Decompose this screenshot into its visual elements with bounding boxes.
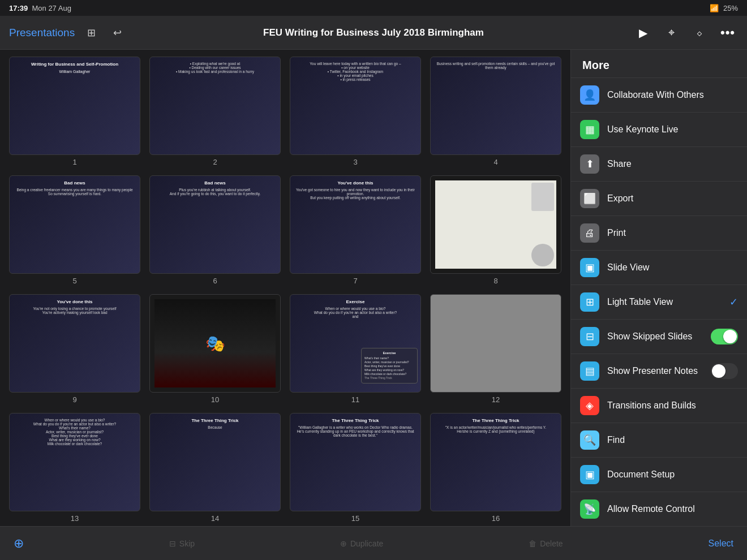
slide-grid-container[interactable]: Writing for Business and Self-PromotionW… bbox=[0, 50, 570, 526]
menu-item-light-table[interactable]: ⊞Light Table View✓ bbox=[571, 285, 747, 320]
slide-item[interactable]: ExerciseWhen or where would you use a bi… bbox=[290, 294, 421, 404]
slide-number: 6 bbox=[213, 277, 217, 285]
slide-number: 2 bbox=[213, 158, 217, 166]
slide-number: 9 bbox=[72, 395, 76, 404]
share-icon: ⬆ bbox=[580, 154, 599, 174]
show-skipped-toggle[interactable] bbox=[711, 329, 738, 344]
slide-number: 5 bbox=[72, 277, 76, 285]
date: Mon 27 Aug bbox=[32, 4, 71, 12]
grid-view-button[interactable]: ⊞ bbox=[81, 23, 101, 42]
slide-thumbnail bbox=[430, 294, 561, 393]
duplicate-button[interactable]: ⊕ Duplicate bbox=[340, 539, 383, 548]
menu-item-document-setup[interactable]: ▣Document Setup bbox=[571, 458, 747, 492]
export-icon: ⬜ bbox=[580, 189, 599, 208]
time: 17:39 bbox=[9, 4, 28, 12]
play-button[interactable]: ▶ bbox=[633, 23, 653, 43]
pin-button[interactable]: ⌖ bbox=[661, 23, 681, 43]
slide-item[interactable]: Writing for Business and Self-PromotionW… bbox=[9, 57, 140, 166]
menu-item-share[interactable]: ⬆Share bbox=[571, 147, 747, 182]
find-label: Find bbox=[607, 435, 738, 445]
menu-item-transitions[interactable]: ◈Transitions and Builds bbox=[571, 389, 747, 423]
slide-item[interactable]: The Three Thing Trick"X is an actor/writ… bbox=[430, 413, 561, 523]
undo-button[interactable]: ↩ bbox=[108, 23, 127, 42]
slide-thumbnail: You will leave here today with a written… bbox=[290, 57, 421, 155]
document-setup-icon: ▣ bbox=[580, 465, 599, 484]
delete-button[interactable]: 🗑 Delete bbox=[529, 539, 563, 548]
keynote-live-label: Use Keynote Live bbox=[607, 124, 738, 135]
menu-item-collaborate[interactable]: 👤Collaborate With Others bbox=[571, 78, 747, 113]
battery: 25% bbox=[723, 4, 738, 12]
remote-control-label: Allow Remote Control bbox=[607, 504, 738, 514]
slide-item[interactable]: Business writing and self-promotion need… bbox=[430, 57, 561, 166]
collaborate-icon: 👤 bbox=[580, 85, 599, 105]
transitions-label: Transitions and Builds bbox=[607, 400, 738, 411]
slide-number: 8 bbox=[493, 277, 497, 285]
slide-item[interactable]: Bad newsPlus you're rubbish at talking a… bbox=[149, 175, 281, 285]
document-title: FEU Writing for Business July 2018 Birmi… bbox=[263, 27, 484, 38]
slide-number: 16 bbox=[492, 514, 500, 523]
more-button[interactable]: ••• bbox=[718, 23, 738, 43]
show-skipped-icon: ⊟ bbox=[580, 327, 599, 346]
menu-item-print[interactable]: 🖨Print bbox=[571, 216, 747, 251]
duplicate-label: Duplicate bbox=[350, 539, 383, 548]
share-label: Share bbox=[607, 159, 738, 169]
main-area: Writing for Business and Self-PromotionW… bbox=[0, 50, 747, 526]
slide-item[interactable]: You've done thisYou've got someone to hi… bbox=[290, 175, 421, 285]
slide-item[interactable]: The Three Thing Trick"William Gallagher … bbox=[290, 413, 421, 523]
select-button[interactable]: Select bbox=[709, 539, 733, 549]
print-label: Print bbox=[607, 228, 738, 238]
menu-item-slide-view[interactable]: ▣Slide View bbox=[571, 251, 747, 285]
topbar-left: Presentations ⊞ ↩ bbox=[9, 23, 134, 42]
slide-tooltip: ExerciseWhat's their name?Actor, writer,… bbox=[361, 348, 418, 384]
slide-item[interactable]: When or where would you use a bio?What d… bbox=[9, 413, 140, 523]
menu-item-keynote-live[interactable]: ▦Use Keynote Live bbox=[571, 113, 747, 147]
slide-item[interactable]: Bad newsBeing a creative freelancer mean… bbox=[9, 175, 140, 285]
menu-item-presenter-notes[interactable]: ▤Show Presenter Notes bbox=[571, 354, 747, 389]
slide-number: 10 bbox=[211, 395, 219, 404]
light-table-label: Light Table View bbox=[607, 297, 722, 307]
menu-item-find[interactable]: 🔍Find bbox=[571, 423, 747, 458]
light-table-check-icon: ✓ bbox=[729, 296, 738, 308]
menu-item-export[interactable]: ⬜Export bbox=[571, 182, 747, 216]
menu-item-remote-control[interactable]: 📡Allow Remote Control bbox=[571, 492, 747, 526]
remote-control-icon: 📡 bbox=[580, 499, 599, 519]
slide-thumbnail: You've done thisYou've got someone to hi… bbox=[290, 175, 421, 274]
presenter-notes-icon: ▤ bbox=[580, 361, 599, 381]
add-slide-button[interactable]: ⊕ bbox=[14, 536, 24, 551]
menu-item-show-skipped[interactable]: ⊟Show Skipped Slides bbox=[571, 320, 747, 354]
slide-item[interactable]: You've done thisYou're not only losing a… bbox=[9, 294, 140, 404]
slide-item[interactable]: 12 bbox=[430, 294, 561, 404]
share-button[interactable]: ⬦ bbox=[689, 23, 710, 43]
slide-item[interactable]: 🎭10 bbox=[149, 294, 281, 404]
skip-button[interactable]: ⊟ Skip bbox=[169, 539, 195, 548]
slide-number: 1 bbox=[72, 158, 76, 166]
skip-label: Skip bbox=[179, 539, 195, 548]
add-slide-icon: ⊕ bbox=[14, 536, 24, 551]
status-bar: 17:39 Mon 27 Aug 📶 25% bbox=[0, 0, 747, 16]
export-label: Export bbox=[607, 193, 738, 204]
slide-number: 11 bbox=[351, 395, 359, 404]
slide-thumbnail: Bad newsBeing a creative freelancer mean… bbox=[9, 175, 140, 274]
print-icon: 🖨 bbox=[580, 223, 599, 243]
collaborate-label: Collaborate With Others bbox=[607, 90, 738, 100]
slide-number: 7 bbox=[353, 277, 357, 285]
slide-thumbnail: Business writing and self-promotion need… bbox=[430, 57, 561, 155]
right-panel: More 👤Collaborate With Others▦Use Keynot… bbox=[570, 50, 747, 526]
slide-item[interactable]: The Three Thing TrickBecause14 bbox=[149, 413, 281, 523]
topbar-right: ▶ ⌖ ⬦ ••• bbox=[633, 23, 738, 43]
topbar: Presentations ⊞ ↩ FEU Writing for Busine… bbox=[0, 16, 747, 50]
duplicate-icon: ⊕ bbox=[340, 539, 347, 548]
presenter-notes-toggle[interactable] bbox=[711, 363, 738, 379]
slide-item[interactable]: You will leave here today with a written… bbox=[290, 57, 421, 166]
slide-thumbnail bbox=[430, 175, 561, 274]
slide-number: 12 bbox=[492, 395, 500, 404]
slide-grid: Writing for Business and Self-PromotionW… bbox=[9, 57, 561, 526]
slide-number: 4 bbox=[493, 158, 497, 166]
slide-item[interactable]: 8 bbox=[430, 175, 561, 285]
slide-number: 15 bbox=[351, 514, 359, 523]
slide-item[interactable]: • Exploiting what we're good at• Dealing… bbox=[149, 57, 281, 166]
panel-header: More bbox=[571, 50, 747, 78]
slide-thumbnail: 🎭 bbox=[149, 294, 281, 393]
presentations-back-button[interactable]: Presentations bbox=[9, 27, 75, 39]
slide-thumbnail: When or where would you use a bio?What d… bbox=[9, 413, 140, 511]
